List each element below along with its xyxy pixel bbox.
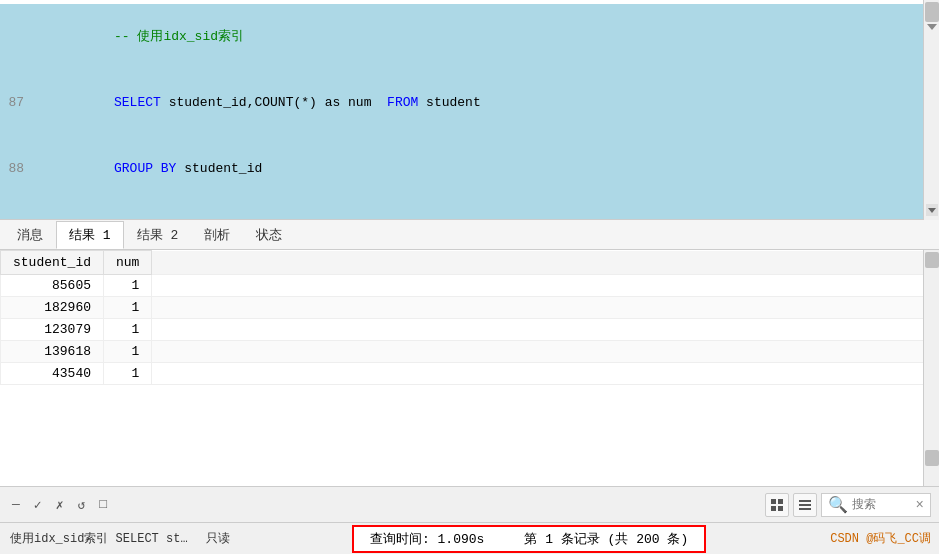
table-row: 43540 1 [1, 363, 939, 385]
cell-num: 1 [104, 341, 152, 363]
svg-rect-3 [778, 506, 783, 511]
results-table-wrapper: student_id num 85605 1 182960 1 123079 [0, 250, 939, 486]
code-editor: -- 使用idx_sid索引 87 SELECT student_id,COUN… [0, 0, 939, 220]
bottom-toolbar: — ✓ ✗ ↺ □ 🔍 × [0, 486, 939, 522]
svg-rect-6 [799, 508, 811, 510]
search-close-icon[interactable]: × [916, 497, 924, 513]
svg-rect-2 [771, 506, 776, 511]
col-header-spacer [152, 251, 939, 275]
cell-student-id: 43540 [1, 363, 104, 385]
tab-result1[interactable]: 结果 1 [56, 221, 124, 249]
svg-rect-4 [799, 500, 811, 502]
status-bar: 使用idx_sid索引 SELECT student 只读 查询时间: 1.09… [0, 522, 939, 554]
svg-rect-5 [799, 504, 811, 506]
tab-messages[interactable]: 消息 [4, 221, 56, 249]
results-scrollbar-thumb-top [925, 252, 939, 268]
table-row: 139618 1 [1, 341, 939, 363]
cell-student-id: 85605 [1, 275, 104, 297]
cell-spacer [152, 363, 939, 385]
table-row: 123079 1 [1, 319, 939, 341]
tab-profile[interactable]: 剖析 [191, 221, 243, 249]
search-box: 🔍 × [821, 493, 931, 517]
toolbar-right: 🔍 × [765, 493, 931, 517]
toolbar-check-btn[interactable]: ✓ [30, 495, 46, 515]
toolbar-refresh-btn[interactable]: ↺ [73, 495, 89, 515]
table-row: 85605 1 [1, 275, 939, 297]
cell-num: 1 [104, 297, 152, 319]
scroll-bottom-btn[interactable] [926, 204, 938, 216]
toolbar-close-btn[interactable]: ✗ [52, 495, 68, 515]
status-query-text: 使用idx_sid索引 SELECT student [0, 530, 200, 547]
col-header-student-id: student_id [1, 251, 104, 275]
table-row: 182960 1 [1, 297, 939, 319]
code-line: 88 GROUP BY student_id [0, 136, 939, 202]
search-icon: 🔍 [828, 495, 848, 515]
svg-rect-1 [778, 499, 783, 504]
status-query-time: 查询时间: 1.090s [370, 530, 484, 548]
search-input[interactable] [852, 498, 912, 512]
status-highlight-box: 查询时间: 1.090s 第 1 条记录 (共 200 条) [352, 525, 706, 553]
cell-spacer [152, 297, 939, 319]
cell-spacer [152, 275, 939, 297]
tabs-bar: 消息 结果 1 结果 2 剖析 状态 [0, 220, 939, 250]
code-line: -- 使用idx_sid索引 [0, 4, 939, 70]
table-header-row: student_id num [1, 251, 939, 275]
toolbar-dash-btn[interactable]: — [8, 495, 24, 514]
grid-view-icon[interactable] [765, 493, 789, 517]
status-center: 查询时间: 1.090s 第 1 条记录 (共 200 条) [236, 525, 822, 553]
list-view-icon[interactable] [793, 493, 817, 517]
svg-rect-0 [771, 499, 776, 504]
status-brand: CSDN @码飞_CC调 [822, 530, 939, 547]
status-record-info: 第 1 条记录 (共 200 条) [524, 530, 688, 548]
results-scrollbar-thumb-bottom [925, 450, 939, 466]
cell-spacer [152, 341, 939, 363]
cell-student-id: 182960 [1, 297, 104, 319]
cell-num: 1 [104, 319, 152, 341]
toolbar-stop-btn[interactable]: □ [95, 495, 111, 514]
scroll-down-arrow [927, 24, 937, 30]
code-line: 89 ORDER BY create_time DESC [0, 202, 939, 220]
col-header-num: num [104, 251, 152, 275]
code-scrollbar-thumb [925, 2, 939, 22]
tab-result2[interactable]: 结果 2 [124, 221, 192, 249]
results-scrollbar[interactable] [923, 250, 939, 486]
cell-student-id: 123079 [1, 319, 104, 341]
code-lines: -- 使用idx_sid索引 87 SELECT student_id,COUN… [0, 0, 939, 220]
cell-num: 1 [104, 363, 152, 385]
results-table: student_id num 85605 1 182960 1 123079 [0, 250, 939, 385]
results-area: student_id num 85605 1 182960 1 123079 [0, 250, 939, 486]
cell-num: 1 [104, 275, 152, 297]
cell-student-id: 139618 [1, 341, 104, 363]
code-line: 87 SELECT student_id,COUNT(*) as num FRO… [0, 70, 939, 136]
tab-status[interactable]: 状态 [243, 221, 295, 249]
chevron-down-icon [928, 208, 936, 213]
code-scrollbar[interactable] [923, 0, 939, 220]
status-readonly-badge: 只读 [200, 530, 236, 547]
cell-spacer [152, 319, 939, 341]
